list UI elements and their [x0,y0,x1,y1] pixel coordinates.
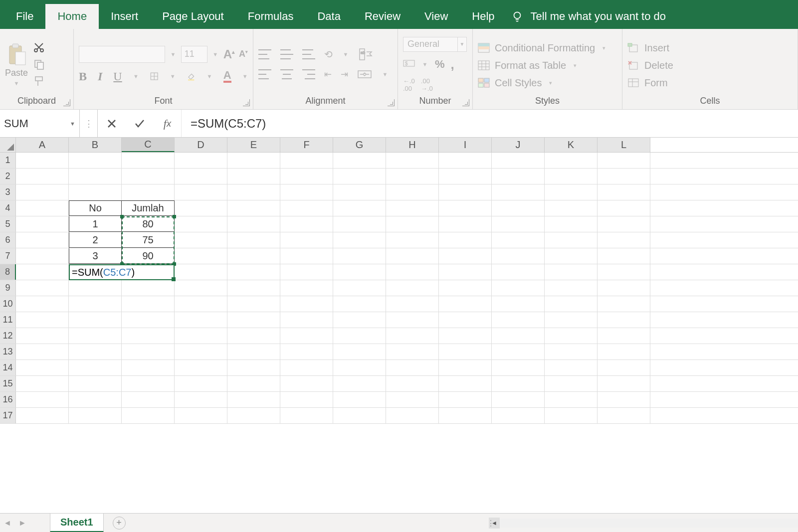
cell-G3[interactable] [333,184,386,200]
cell-E11[interactable] [227,312,280,328]
cell-A6[interactable] [16,232,69,248]
cell-F15[interactable] [280,376,333,391]
row-header-2[interactable]: 2 [0,169,16,184]
chevron-down-icon[interactable]: ▼ [206,73,212,79]
cell-I2[interactable] [439,169,492,184]
horizontal-scrollbar[interactable]: ◄ [489,514,798,532]
cell-E16[interactable] [227,392,280,407]
chevron-down-icon[interactable]: ▼ [342,51,350,57]
cell-K7[interactable] [545,248,598,264]
cell-styles-button[interactable]: Cell Styles ▾ [478,77,608,89]
cell-E8[interactable] [227,264,280,280]
fill-color-icon[interactable] [187,70,196,83]
cell-D1[interactable] [175,153,227,168]
cell-B11[interactable] [69,312,122,328]
grid-body[interactable]: 1234NoJumlah5180627573908910111213141516… [0,153,798,424]
cell-B10[interactable] [69,296,122,312]
cell-B1[interactable] [69,153,122,168]
cell-F9[interactable] [280,280,333,296]
cell-H17[interactable] [386,408,439,423]
cell-J8[interactable] [492,264,545,280]
cell-K16[interactable] [545,392,598,407]
cell-B14[interactable] [69,360,122,375]
increase-font-icon[interactable]: A▴ [223,47,235,61]
cell-K12[interactable] [545,328,598,344]
tab-home[interactable]: Home [45,4,99,29]
font-size-combo[interactable]: 11 [181,46,207,63]
cell-F14[interactable] [280,360,333,375]
cell-L1[interactable] [598,153,650,168]
cell-H4[interactable] [386,200,439,216]
cell-A16[interactable] [16,392,69,407]
borders-icon[interactable] [150,70,159,83]
number-format-combo[interactable]: General ▼ [403,37,467,52]
align-top-icon[interactable] [258,49,271,59]
cell-D12[interactable] [175,328,227,344]
column-header-g[interactable]: G [333,138,386,152]
column-header-a[interactable]: A [16,138,69,152]
row-header-3[interactable]: 3 [0,184,16,200]
cell-L9[interactable] [598,280,650,296]
insert-cells-button[interactable]: Insert [627,42,673,54]
cell-H6[interactable] [386,232,439,248]
cell-E6[interactable] [227,232,280,248]
cell-C1[interactable] [122,153,175,168]
cell-H13[interactable] [386,344,439,359]
sheet-nav-next[interactable]: ► [15,519,30,528]
cell-L17[interactable] [598,408,650,423]
font-name-combo[interactable] [79,46,165,63]
column-header-f[interactable]: F [280,138,333,152]
cell-C14[interactable] [122,360,175,375]
cell-L3[interactable] [598,184,650,200]
row-header-8[interactable]: 8 [0,264,16,280]
row-header-7[interactable]: 7 [0,248,16,264]
insert-function-button[interactable]: fx [154,110,182,137]
cell-C7[interactable]: 90 [122,248,175,264]
cell-D2[interactable] [175,169,227,184]
cell-K15[interactable] [545,376,598,391]
column-header-j[interactable]: J [492,138,545,152]
cell-A4[interactable] [16,200,69,216]
cell-J6[interactable] [492,232,545,248]
dialog-launcher-number[interactable] [462,99,469,106]
cell-A11[interactable] [16,312,69,328]
decrease-indent-icon[interactable]: ⇤ [324,69,332,80]
cell-D5[interactable] [175,216,227,232]
tell-me-search[interactable]: Tell me what you want to do [511,4,666,29]
column-header-c[interactable]: C [122,138,175,152]
cell-C5[interactable]: 80 [122,216,175,232]
cell-H11[interactable] [386,312,439,328]
cell-C10[interactable] [122,296,175,312]
cell-C11[interactable] [122,312,175,328]
cell-J3[interactable] [492,184,545,200]
increase-decimal-icon[interactable]: ←.0.00 [403,77,415,92]
conditional-formatting-button[interactable]: Conditional Formatting ▾ [478,42,608,54]
column-header-l[interactable]: L [598,138,650,152]
cell-D10[interactable] [175,296,227,312]
cell-I15[interactable] [439,376,492,391]
cell-I3[interactable] [439,184,492,200]
row-header-1[interactable]: 1 [0,153,16,168]
tab-data[interactable]: Data [305,4,352,29]
cell-G7[interactable] [333,248,386,264]
cell-A1[interactable] [16,153,69,168]
cell-A2[interactable] [16,169,69,184]
format-cells-button[interactable]: Form [627,77,673,89]
cell-A17[interactable] [16,408,69,423]
cell-K4[interactable] [545,200,598,216]
cell-C12[interactable] [122,328,175,344]
cell-I9[interactable] [439,280,492,296]
fill-handle[interactable] [172,277,176,281]
cell-I10[interactable] [439,296,492,312]
cell-F6[interactable] [280,232,333,248]
row-header-6[interactable]: 6 [0,232,16,248]
cell-E4[interactable] [227,200,280,216]
cell-F7[interactable] [280,248,333,264]
wrap-text-icon[interactable]: ab [359,48,374,61]
sheet-nav-prev[interactable]: ◄ [0,519,15,528]
cell-J17[interactable] [492,408,545,423]
cell-C9[interactable] [122,280,175,296]
cell-E9[interactable] [227,280,280,296]
cut-icon[interactable] [33,41,45,53]
comma-style-icon[interactable]: , [451,57,454,72]
